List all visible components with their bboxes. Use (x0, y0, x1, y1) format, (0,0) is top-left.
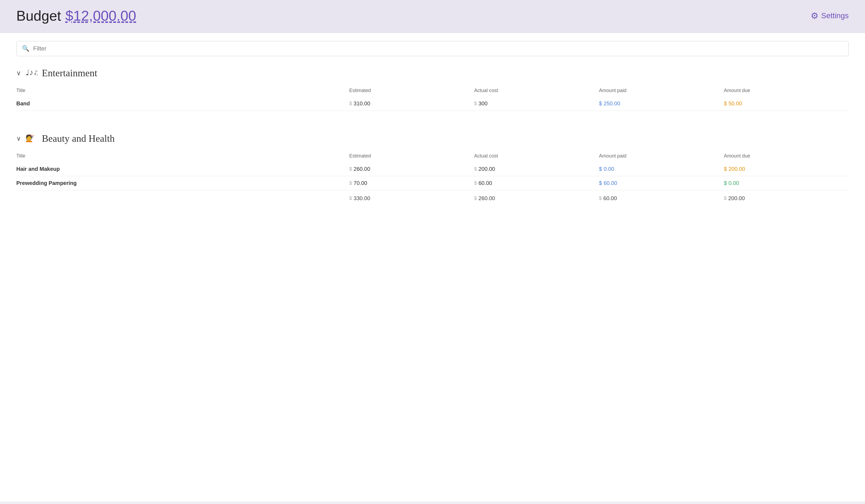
dollar-icon: $ (349, 196, 352, 201)
entertainment-icon: ♩♪♫ (25, 67, 37, 79)
table-row: Hair and Makeup $ 260.00 $ 200.00 (16, 162, 849, 176)
page-header: Budget $12,000.00 ⚙ Settings (0, 0, 865, 33)
budget-title-group: Budget $12,000.00 (16, 8, 136, 24)
totals-row: $ 330.00 $ 260.00 $ 60.00 (16, 190, 849, 206)
dollar-icon: $ (599, 166, 602, 172)
filter-input[interactable] (33, 45, 843, 52)
row-amount-due: $ 200.00 (724, 162, 849, 176)
col-title-label: Title (16, 85, 349, 97)
dollar-icon: $ (474, 166, 477, 172)
entertainment-table: Title Estimated Actual cost Amount paid … (16, 85, 849, 111)
beauty-health-table-header: Title Estimated Actual cost Amount paid … (16, 151, 849, 162)
page-title: Budget (16, 8, 61, 24)
table-row: Prewedding Pampering $ 70.00 $ 60.00 (16, 176, 849, 190)
svg-text:💇: 💇 (25, 134, 35, 142)
svg-text:♩♪♫: ♩♪♫ (25, 68, 37, 77)
beauty-health-title: Beauty and Health (42, 133, 115, 144)
row-title: Hair and Makeup (16, 162, 349, 176)
dollar-icon: $ (349, 166, 352, 172)
totals-label (16, 190, 349, 206)
row-amount-paid: $ 60.00 (599, 176, 724, 190)
row-estimated: $ 260.00 (349, 162, 474, 176)
row-estimated: $ 310.00 (349, 97, 474, 111)
dollar-icon: $ (599, 196, 602, 201)
row-title: Prewedding Pampering (16, 176, 349, 190)
dollar-icon: $ (474, 101, 477, 106)
col-amount-paid-label: Amount paid (599, 85, 724, 97)
entertainment-title: Entertainment (42, 67, 97, 79)
filter-bar: 🔍 (16, 41, 849, 56)
dollar-icon: $ (724, 101, 727, 107)
dollar-icon: $ (724, 166, 727, 172)
row-actual-cost: $ 300 (474, 97, 599, 111)
totals-due: $ 200.00 (724, 190, 849, 206)
col-amount-due-label: Amount due (724, 151, 849, 162)
col-amount-paid-label: Amount paid (599, 151, 724, 162)
col-amount-due-label: Amount due (724, 85, 849, 97)
row-amount-due: $ 0.00 (724, 176, 849, 190)
beauty-health-section-header: ∨ 💇 Beauty and Health (16, 132, 849, 144)
dollar-icon: $ (474, 196, 477, 201)
section-divider (16, 125, 849, 132)
col-estimated-label: Estimated (349, 151, 474, 162)
dollar-icon: $ (474, 180, 477, 186)
budget-amount[interactable]: $12,000.00 (66, 8, 136, 24)
settings-button[interactable]: ⚙ Settings (811, 11, 849, 21)
col-actual-cost-label: Actual cost (474, 85, 599, 97)
row-amount-paid: $ 250.00 (599, 97, 724, 111)
entertainment-table-header: Title Estimated Actual cost Amount paid … (16, 85, 849, 97)
dollar-icon: $ (599, 101, 602, 107)
totals-actual: $ 260.00 (474, 190, 599, 206)
beauty-health-table: Title Estimated Actual cost Amount paid … (16, 151, 849, 205)
dollar-icon: $ (599, 180, 602, 186)
row-title: Band (16, 97, 349, 111)
row-actual-cost: $ 200.00 (474, 162, 599, 176)
col-estimated-label: Estimated (349, 85, 474, 97)
totals-estimated: $ 330.00 (349, 190, 474, 206)
entertainment-section-header: ∨ ♩♪♫ Entertainment (16, 67, 849, 79)
row-amount-paid: $ 0.00 (599, 162, 724, 176)
col-actual-cost-label: Actual cost (474, 151, 599, 162)
dollar-icon: $ (349, 180, 352, 186)
entertainment-chevron[interactable]: ∨ (16, 69, 21, 77)
row-estimated: $ 70.00 (349, 176, 474, 190)
beauty-health-section: ∨ 💇 Beauty and Health Title Estimated Ac… (16, 132, 849, 205)
col-title-label: Title (16, 151, 349, 162)
main-content: 🔍 ∨ ♩♪♫ Entertainment Title Estimated Ac… (0, 33, 865, 502)
beauty-health-icon: 💇 (25, 132, 37, 144)
search-icon: 🔍 (22, 45, 29, 52)
totals-paid: $ 60.00 (599, 190, 724, 206)
dollar-icon: $ (724, 180, 727, 186)
table-row: Band $ 310.00 $ 300 (16, 97, 849, 111)
row-amount-due: $ 50.00 (724, 97, 849, 111)
entertainment-section: ∨ ♩♪♫ Entertainment Title Estimated Actu… (16, 67, 849, 111)
beauty-health-chevron[interactable]: ∨ (16, 135, 21, 142)
settings-label: Settings (821, 11, 849, 20)
dollar-icon: $ (724, 196, 726, 201)
dollar-icon: $ (349, 101, 352, 106)
gear-icon: ⚙ (811, 11, 819, 21)
row-actual-cost: $ 60.00 (474, 176, 599, 190)
